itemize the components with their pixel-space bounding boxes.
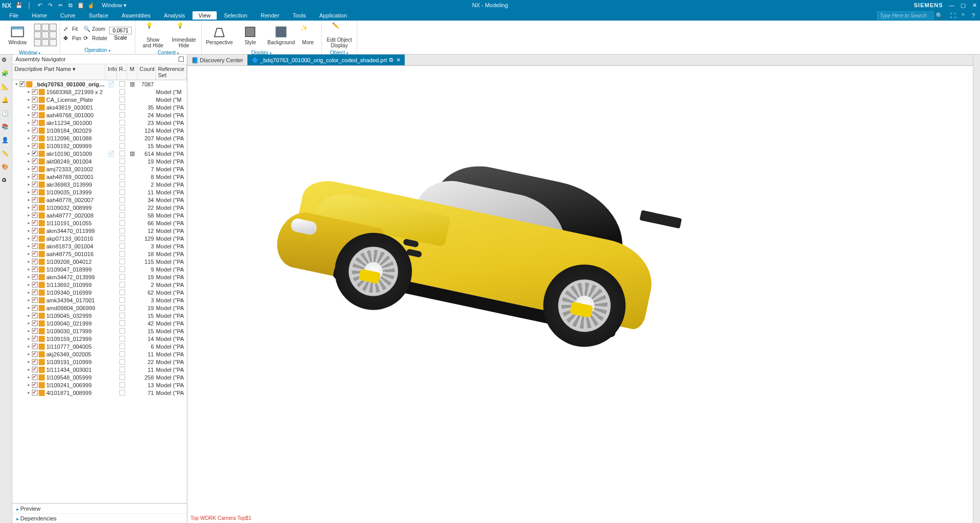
tree-row[interactable]: ▸aah48775_00101618Model ("PA [12,250,187,258]
menu-curve[interactable]: Curve [54,11,81,20]
expander-icon[interactable]: ▸ [27,197,31,202]
notification-icon[interactable]: 🔔 [2,97,11,106]
expander-icon[interactable]: ▸ [27,251,31,256]
visibility-checkbox[interactable] [32,174,38,179]
minimize-icon[interactable]: — [948,2,955,9]
tree-row[interactable]: ▸1l110191_00105566Model ("PA [12,219,187,227]
menu-analysis[interactable]: Analysis [158,11,191,20]
visibility-checkbox[interactable] [32,259,38,264]
expander-icon[interactable]: ▸ [27,213,31,218]
more-button[interactable]: ✨ More [297,22,318,48]
visibility-checkbox[interactable] [32,266,38,272]
expander-icon[interactable]: ▸ [27,352,31,356]
pan-button[interactable]: ✥Pan [63,34,81,43]
expander-icon[interactable]: ▸ [27,290,31,295]
restore-icon[interactable]: ▢ [959,2,967,9]
paste-icon[interactable]: 📋 [77,2,84,9]
history-icon[interactable]: 🕑 [2,110,11,119]
tree-row[interactable]: ▸akp07133_001016129Model ("PA [12,235,187,242]
visibility-checkbox[interactable] [32,305,38,311]
tree-row[interactable]: ▸15683368_221999 x 2Model ("M [12,88,187,96]
search-icon[interactable]: 🔍 [936,12,943,19]
expander-icon[interactable]: ▸ [27,182,31,187]
tree-row[interactable]: ▸1l109040_02199942Model ("PA [12,319,187,327]
tree-row[interactable]: ▸1l109340_01699962Model ("PA [12,288,187,296]
tree-row[interactable]: ▸1l109184_002029124Model ("PA [12,127,187,134]
background-button[interactable]: Background [267,22,295,48]
tree-row[interactable]: ▸amk34394_0170013Model ("PA [12,296,187,304]
tree-row[interactable]: ▸1l110777_0040056Model ("PA [12,342,187,350]
col-r[interactable]: R.. [117,64,127,80]
visibility-checkbox[interactable] [32,290,38,295]
visibility-checkbox[interactable] [32,212,38,218]
expander-icon[interactable]: ▸ [27,282,31,287]
layer-icon[interactable]: 📚 [2,123,11,133]
expander-icon[interactable]: ▸ [27,89,31,94]
visibility-checkbox[interactable] [32,382,38,388]
visibility-checkbox[interactable] [32,128,38,133]
tree-row[interactable]: ▸1l109548_005999258Model ("PA [12,373,187,381]
col-info[interactable]: Info [106,64,117,80]
expander-icon[interactable]: ▸ [27,359,31,364]
visibility-checkbox[interactable] [32,359,38,365]
tree-row[interactable]: ▸1l109045_03299915Model ("PA [12,312,187,319]
fit-button[interactable]: ⤢Fit [63,25,81,33]
cut-icon[interactable]: ✂ [57,2,64,9]
tree-row[interactable]: ▸1l111434_00300111Model ("PA [12,366,187,373]
menu-tools[interactable]: Tools [287,11,312,20]
touch-icon[interactable]: ☝ [87,2,95,9]
tree-row[interactable]: ▸aah48769_0020018Model ("PA [12,173,187,181]
visibility-checkbox[interactable] [32,135,38,141]
tree-row[interactable]: ▸4l101871_00899971Model ("PA [12,389,187,396]
menu-assemblies[interactable]: Assemblies [115,11,156,20]
tree-row[interactable]: ▸1l109192_00999915Model ("PA [12,142,187,150]
window-dropdown[interactable]: Window ▾ [102,2,127,9]
visibility-checkbox[interactable] [32,151,38,156]
expander-icon[interactable]: ▸ [27,205,31,210]
col-ref[interactable]: Reference Set [156,64,187,80]
copy-icon[interactable]: ⧉ [67,2,74,9]
expander-icon[interactable]: ▸ [27,367,31,372]
visibility-checkbox[interactable] [32,197,38,203]
expander-icon[interactable]: ▸ [27,151,31,156]
reuse-icon[interactable]: ♻ [2,177,11,186]
preview-section[interactable]: Preview [12,503,187,513]
style-button[interactable]: Style [236,22,265,48]
tree-row[interactable]: ▸1l109208_004012115Model ("PA [12,258,187,265]
visibility-checkbox[interactable] [32,112,38,118]
tab-popout-icon[interactable]: ⧉ [389,57,393,63]
menu-application[interactable]: Application [313,11,353,20]
part-navigator-icon[interactable]: 📐 [2,83,11,93]
search-input[interactable] [877,11,934,20]
expander-icon[interactable]: ▸ [27,136,31,140]
expander-icon[interactable]: ▸ [27,128,31,133]
visibility-checkbox[interactable] [32,243,38,249]
menu-selection[interactable]: Selection [218,11,253,20]
tree-row[interactable]: ▸amd09804_00699919Model ("PA [12,304,187,312]
fullscreen-icon[interactable]: ⛶ [949,12,956,19]
expander-icon[interactable]: ▸ [27,298,31,302]
visibility-checkbox[interactable] [32,120,38,125]
visibility-checkbox[interactable] [32,182,38,187]
menu-surface[interactable]: Surface [82,11,114,20]
tree-row[interactable]: ▸akm34470_01199912Model ("PA [12,227,187,235]
expander-icon[interactable]: ▾ [14,82,19,86]
visibility-checkbox[interactable] [32,189,38,195]
visibility-checkbox[interactable] [32,297,38,303]
visibility-checkbox[interactable] [20,81,25,87]
visibility-checkbox[interactable] [32,351,38,357]
visibility-checkbox[interactable] [32,104,38,110]
visibility-checkbox[interactable] [32,336,38,341]
col-count[interactable]: Count [137,64,156,80]
visibility-checkbox[interactable] [32,205,38,210]
tree-row[interactable]: ▸1l109047_0189999Model ("PA [12,265,187,273]
visibility-checkbox[interactable] [32,143,38,149]
zoom-button[interactable]: 🔍Zoom [83,25,107,33]
perspective-button[interactable]: Perspective [205,22,234,48]
expander-icon[interactable]: ▸ [27,113,31,117]
expander-icon[interactable]: ▸ [27,120,31,125]
visibility-checkbox[interactable] [32,228,38,233]
window-button[interactable]: Window [3,22,32,48]
immediate-hide-button[interactable]: 💡 Immediate Hide [169,22,198,48]
visibility-checkbox[interactable] [32,320,38,326]
